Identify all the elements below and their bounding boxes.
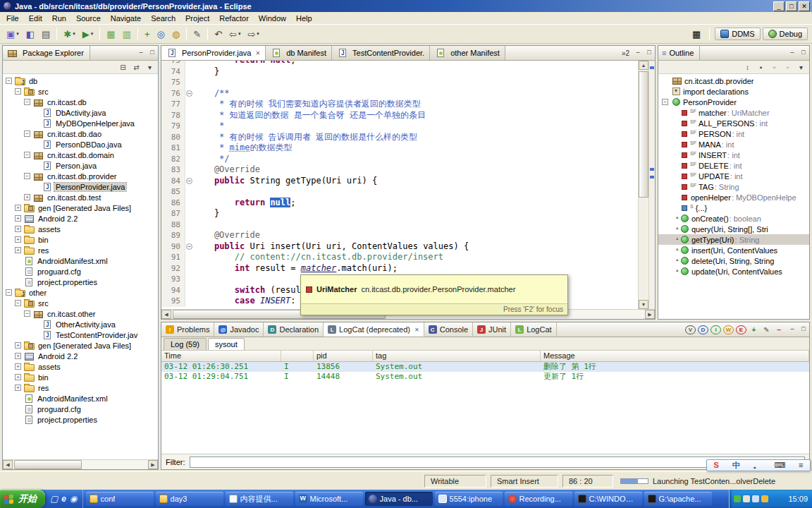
toolbar-save-icon[interactable]: ◧ [23, 26, 38, 42]
tree-item[interactable]: proguard.cfg [3, 266, 158, 277]
minimize-editor-button[interactable]: – [632, 48, 644, 58]
close-window-button[interactable]: ✕ [799, 1, 810, 11]
start-button[interactable]: 开始 [0, 490, 45, 508]
expand-icon[interactable]: + [15, 385, 21, 391]
keyboard-icon[interactable]: ⌨ [774, 461, 785, 469]
outline-item[interactable]: delete(Uri, String, String [658, 255, 809, 266]
expand-icon[interactable]: + [15, 226, 21, 232]
view-menu-icon[interactable]: ▾ [795, 61, 807, 73]
toolbar-android-sdk-manager-icon[interactable]: ▦ [103, 26, 118, 42]
menu-project[interactable]: Project [180, 13, 214, 24]
toolbar-print-icon[interactable]: ▤ [38, 26, 54, 42]
collapse-all-icon[interactable]: ⊟ [117, 61, 129, 73]
toolbar-mark-occurrences-icon[interactable]: ✎ [190, 26, 204, 42]
debug-filter-icon[interactable]: D [698, 325, 708, 334]
ime-menu-icon[interactable]: ≡ [799, 461, 803, 469]
error-filter-icon[interactable]: E [736, 325, 746, 334]
toolbar-debug-icon[interactable]: ✱▾ [60, 26, 78, 42]
menu-navigate[interactable]: Navigate [106, 13, 146, 24]
outline-item[interactable]: SFPERSON : int [658, 128, 809, 139]
collapse-icon[interactable]: − [24, 310, 30, 317]
view-menu-icon[interactable]: ▾ [144, 61, 156, 73]
editor-tab[interactable]: TestContentProvider. [332, 46, 430, 60]
outline-item[interactable]: SFmatcher : UriMatcher [658, 107, 809, 118]
outline-item[interactable]: insert(Uri, ContentValues [658, 245, 809, 255]
sogou-logo-icon[interactable]: S [713, 461, 718, 469]
task-button[interactable]: 内容提供... [226, 492, 293, 506]
column-header-time[interactable]: Time [161, 351, 281, 361]
task-button[interactable]: day3 [156, 492, 223, 506]
task-button[interactable]: Java - db... [365, 492, 433, 506]
toolbar-open-type-icon[interactable]: ◎ [154, 26, 168, 42]
outline-item[interactable]: onCreate() : boolean [658, 213, 809, 224]
close-tab-icon[interactable]: ✕ [414, 327, 419, 333]
tree-item[interactable]: Person.java [3, 160, 158, 171]
toolbar-back-icon[interactable]: ⇦▾ [226, 26, 244, 42]
scrollbar-thumb[interactable] [14, 460, 82, 469]
task-button[interactable]: Microsoft... [295, 492, 363, 506]
menu-file[interactable]: File [1, 13, 24, 24]
tree-item[interactable]: +cn.itcast.db.test [3, 192, 158, 202]
menu-help[interactable]: Help [291, 13, 317, 24]
overview-marker[interactable] [650, 66, 654, 69]
tree-item[interactable]: +assets [3, 224, 158, 234]
tree-item[interactable]: +bin [3, 372, 158, 382]
outline-item[interactable]: openHelper : MyDBOpenHelpe [658, 192, 809, 202]
collapse-icon[interactable]: − [24, 99, 30, 105]
media-player-icon[interactable]: ◉ [70, 494, 77, 504]
bottom-tab-javadoc[interactable]: Javadoc [214, 322, 264, 337]
tree-item[interactable]: −src [3, 298, 158, 308]
tree-item[interactable]: −src [3, 86, 158, 97]
minimize-view-button[interactable]: – [787, 48, 798, 58]
editor-vertical-scrollbar[interactable]: ▲ ▼ [638, 61, 648, 309]
hide-static-members-icon[interactable]: ▫ [768, 61, 780, 73]
editor-tab[interactable]: db Manifest [266, 46, 332, 60]
bottom-tab-logcat[interactable]: LogCat [511, 322, 556, 337]
menu-edit[interactable]: Edit [24, 13, 47, 24]
logcat-row[interactable]: 03-12 01:29:04.751I14448System.out更新了 1行 [161, 372, 809, 382]
tree-item[interactable]: AndroidManifest.xml [3, 255, 158, 266]
tree-item[interactable]: PersonDBDao.java [3, 139, 158, 150]
column-header-tag[interactable]: tag [373, 351, 541, 361]
outline-item[interactable]: SFINSERT : int [658, 150, 809, 160]
tree-item[interactable]: −cn.itcast.other [3, 308, 158, 319]
toolbar-new-java-class-icon[interactable]: + [141, 26, 154, 42]
scroll-up-icon[interactable]: ▲ [639, 61, 648, 70]
outline-item[interactable]: query(Uri, String[], Stri [658, 224, 809, 234]
tree-item[interactable]: −other [3, 287, 158, 298]
tree-item[interactable]: PersonProvider.java [3, 181, 158, 192]
chinese-mode-icon[interactable]: 中 [732, 461, 740, 469]
task-button[interactable]: 5554:iphone [435, 492, 503, 506]
subtab-log[interactable]: Log (59) [164, 338, 207, 350]
tree-item[interactable]: TestContentProvider.jav [3, 329, 158, 340]
show-desktop-icon[interactable]: ▢ [50, 494, 58, 504]
fold-collapse-icon[interactable]: − [186, 243, 192, 250]
tray-antivirus-icon[interactable] [734, 495, 741, 502]
menu-search[interactable]: Search [146, 13, 180, 24]
tray-volume-icon[interactable] [752, 495, 759, 502]
tree-item[interactable]: −cn.itcast.db [3, 97, 158, 107]
expand-icon[interactable]: + [15, 342, 21, 349]
tree-item[interactable]: −cn.itcast.db.domain [3, 150, 158, 160]
scroll-left-icon[interactable]: ◀ [3, 460, 13, 469]
close-tab-icon[interactable]: ✕ [255, 50, 260, 56]
toolbar-search-icon[interactable]: ◍ [168, 26, 183, 42]
maximize-window-button[interactable]: □ [786, 1, 797, 11]
tray-network-icon[interactable] [761, 495, 768, 502]
scrollbar-track[interactable] [13, 460, 148, 469]
toolbar-last-edit-location-icon[interactable]: ↶ [211, 26, 226, 42]
tree-item[interactable]: MyDBOpenHelper.java [3, 118, 158, 128]
outline-item[interactable]: −PersonProvider [658, 97, 809, 107]
link-with-editor-icon[interactable]: ⇄ [130, 61, 142, 73]
tree-item[interactable]: +Android 2.2 [3, 351, 158, 361]
expand-icon[interactable]: + [15, 236, 21, 243]
tree-item[interactable]: +gen [Generated Java Files] [3, 202, 158, 213]
collapse-icon[interactable]: − [6, 78, 12, 84]
tab-overflow-chevron[interactable]: »2 [619, 49, 632, 57]
outline-item[interactable]: SFDELETE : int [658, 160, 809, 171]
bottom-tab-console[interactable]: Console [424, 322, 473, 337]
collapse-icon[interactable]: − [15, 300, 21, 306]
subtab-sysout[interactable]: sysout [208, 338, 245, 350]
add-filter-icon[interactable]: + [749, 325, 759, 335]
overview-marker[interactable] [650, 176, 654, 179]
